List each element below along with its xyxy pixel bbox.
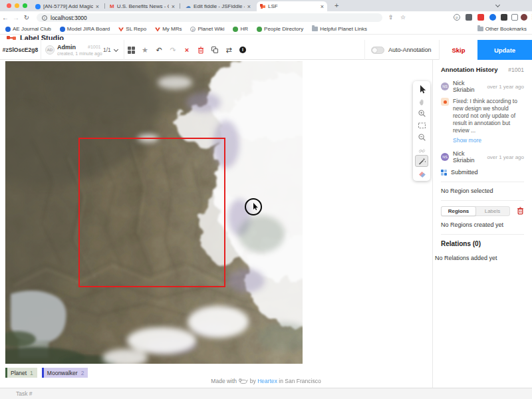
bookmark-ae-journal-club[interactable]: AE Journal Club [5, 26, 51, 32]
submitted-status-icon [441, 170, 447, 176]
bookmark-my-mrs[interactable]: My MRs [155, 26, 182, 32]
history-avatar: NS [441, 82, 449, 90]
bookmark-model-jira-board[interactable]: Model JIRA Board [60, 26, 110, 32]
no-region-selected-text: No Region selected [441, 188, 524, 194]
skip-button[interactable]: Skip [439, 40, 477, 60]
undo-button[interactable]: ↶ [155, 46, 163, 54]
bookmark-planet-wiki[interactable]: p Planet Wiki [190, 26, 224, 32]
history-entry[interactable]: NS Nick Skriabin over 1 year ago [441, 80, 524, 93]
user-avatar: AD [45, 45, 55, 55]
view-all-grid-button[interactable] [127, 46, 135, 54]
bookmark-star-icon[interactable]: ☆ [400, 14, 406, 21]
tab-title: Edit fiddle - JSFiddle - Code P [194, 3, 245, 9]
tab-title: [AN-5779] Add Magic Wand fu [43, 3, 93, 9]
reset-button[interactable]: × [183, 46, 191, 54]
auto-annotation-toggle[interactable] [371, 47, 384, 54]
label-moonwalker[interactable]: Moonwalker 2 [42, 368, 88, 378]
bookmark-label: Helpful Planet Links [320, 26, 367, 32]
delete-annotation-button[interactable] [197, 46, 205, 54]
profile-avatar[interactable] [521, 14, 527, 21]
browser-tab-jsfiddle[interactable]: ☁ Edit fiddle - JSFiddle - Code P × [182, 1, 254, 11]
tab-labels[interactable]: Labels [475, 207, 509, 215]
extension-p-icon[interactable]: p [454, 14, 460, 21]
copy-annotation-button[interactable] [211, 46, 219, 54]
forward-icon[interactable]: → [11, 14, 21, 21]
other-bookmarks-button[interactable]: Other Bookmarks [477, 26, 527, 32]
maximize-window-button[interactable] [23, 3, 27, 8]
minimize-window-button[interactable] [15, 3, 19, 8]
url-omnibox[interactable]: i localhost:3000 [37, 13, 382, 22]
gitlab-fox-icon [155, 27, 160, 32]
copy-icon [211, 47, 218, 53]
region-bounding-box[interactable] [78, 138, 225, 287]
tab-close-icon[interactable]: × [247, 3, 251, 10]
annotation-created-time: created, 1 minute ago [57, 51, 102, 56]
close-window-button[interactable] [7, 3, 11, 8]
extension-red-icon[interactable] [477, 14, 484, 21]
heartex-link[interactable]: Heartex [257, 378, 277, 384]
cursor-icon [418, 84, 426, 94]
ground-truth-star-button[interactable]: ★ [141, 46, 149, 54]
bookmark-folder-helpful-planet-links[interactable]: Helpful Planet Links [312, 26, 367, 32]
eraser-icon [418, 169, 426, 178]
jsfiddle-favicon-icon: ☁ [186, 3, 191, 9]
label-text: Moonwalker [47, 370, 78, 376]
update-button[interactable]: Update [477, 40, 532, 60]
label-hotkey: 1 [30, 370, 33, 376]
fit-screen-icon [418, 121, 426, 130]
bookmark-sl-repo[interactable]: SL Repo [118, 26, 146, 32]
jira-favicon-icon [35, 4, 41, 9]
tab-title: LSF [268, 3, 281, 9]
annotation-id: #1001 [88, 45, 100, 49]
browser-address-bar: ← → ↻ i localhost:3000 ⇧ ☆ p ⋮ [0, 11, 532, 24]
site-info-icon[interactable]: i [42, 15, 47, 21]
zoom-out-tool-button[interactable] [415, 131, 428, 143]
pan-tool-button[interactable] [415, 95, 428, 107]
brush-tool-button[interactable] [415, 143, 428, 155]
delete-regions-button[interactable] [517, 207, 524, 216]
bookmark-hr[interactable]: HR [233, 26, 248, 32]
history-entry[interactable]: NS Nick Skriabin over 1 year ago [441, 150, 524, 164]
tab-close-icon[interactable]: × [172, 3, 175, 10]
grid-icon [128, 47, 135, 54]
annotation-selector-chevron-icon[interactable] [114, 47, 118, 52]
share-icon[interactable]: ⇧ [388, 14, 394, 21]
extension-dark-icon[interactable] [501, 14, 507, 21]
history-user-name: Nick Skriabin [453, 150, 483, 164]
bookmark-people-directory[interactable]: People Directory [257, 26, 303, 32]
extension-blue-icon[interactable] [489, 14, 496, 21]
eraser-tool-button[interactable] [415, 167, 428, 179]
regions-labels-segmented-control: Regions Labels [441, 206, 510, 216]
back-icon[interactable]: ← [0, 14, 11, 21]
extension-light-icon[interactable] [511, 14, 518, 21]
tab-close-icon[interactable]: × [321, 3, 324, 10]
task-bottom-bar: Task # [0, 388, 532, 399]
browser-tab-lsf-active[interactable]: LSF × [257, 1, 327, 11]
reload-icon[interactable]: ↻ [21, 14, 32, 21]
new-tab-button[interactable]: + [334, 1, 338, 9]
folder-icon [312, 27, 318, 31]
label-planet[interactable]: Planet 1 [5, 368, 37, 378]
satellite-image-canvas[interactable] [5, 61, 303, 364]
tab-regions[interactable]: Regions [441, 206, 476, 216]
move-tool-button[interactable] [415, 83, 428, 95]
tab-close-icon[interactable]: × [96, 3, 99, 10]
bookmark-label: People Directory [264, 26, 303, 32]
extension-icon[interactable] [466, 14, 472, 21]
history-user-name: Nick Skriabin [453, 80, 483, 93]
bookmark-label: SL Repo [126, 26, 146, 32]
toggle-knob [372, 48, 377, 53]
zoom-in-tool-button[interactable] [415, 107, 428, 119]
zoom-in-icon [418, 109, 426, 118]
fit-screen-tool-button[interactable] [415, 119, 428, 131]
tab-title: U.S. Benefits News - Open Enr [117, 3, 169, 9]
tab-search-chevron-icon[interactable] [495, 3, 500, 7]
browser-tab-jira[interactable]: [AN-5779] Add Magic Wand fu × [32, 1, 102, 11]
settings-transfer-button[interactable]: ⇄ [225, 46, 233, 54]
magic-wand-tool-button[interactable] [415, 155, 428, 167]
info-button[interactable]: i [239, 46, 247, 54]
browser-tab-gmail[interactable]: M U.S. Benefits News - Open Enr × [106, 1, 178, 11]
redo-button[interactable]: ↷ [169, 46, 177, 54]
browser-menu-icon[interactable]: ⋮ [529, 13, 532, 20]
show-more-link[interactable]: Show more [453, 137, 524, 144]
